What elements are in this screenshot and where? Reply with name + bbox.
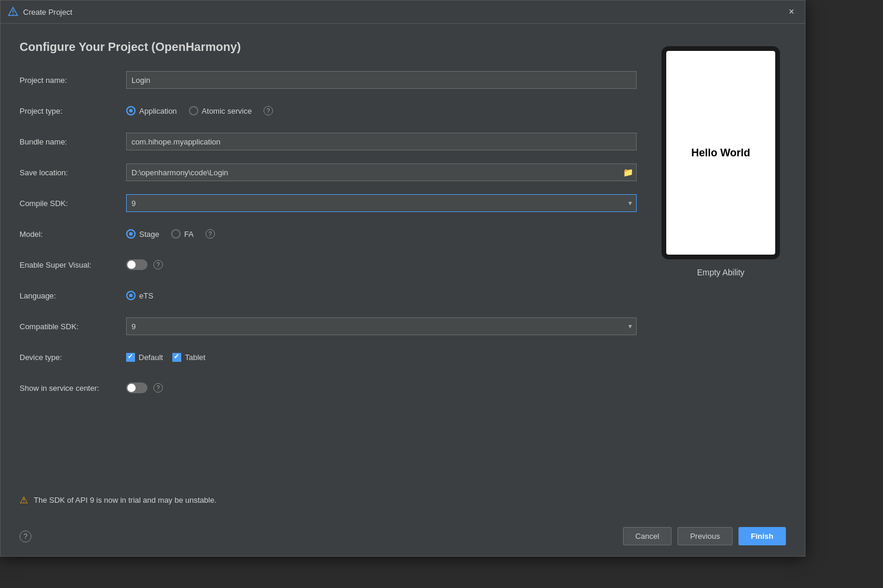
radio-item-stage[interactable]: Stage [126,229,159,239]
super-visual-toggle[interactable] [126,259,147,270]
checkbox-default[interactable] [126,353,135,362]
radio-item-application[interactable]: Application [126,106,177,115]
preview-area: Hello World Empty Ability [656,40,786,510]
model-group: Stage FA ? [126,229,637,239]
language-group: eTS [126,291,637,300]
warning-text: The SDK of API 9 is now in trial and may… [34,496,217,505]
super-visual-row: Enable Super Visual: ? [20,255,637,274]
radio-item-atomic[interactable]: Atomic service [189,106,252,115]
radio-atomic-label: Atomic service [202,107,252,115]
service-center-label: Show in service center: [20,384,126,393]
footer-left: ? [20,531,31,542]
model-label: Model: [20,230,126,239]
radio-stage-label: Stage [139,230,159,239]
project-type-row: Project type: Application Atomic service… [20,101,637,120]
page-title: Configure Your Project (OpenHarmony) [20,40,637,54]
radio-atomic[interactable] [189,106,198,115]
project-name-row: Project name: [20,70,637,89]
previous-button[interactable]: Previous [677,527,733,545]
folder-icon[interactable]: 📁 [623,168,633,177]
service-center-row: Show in service center: ? [20,378,637,397]
checkbox-tablet[interactable] [172,353,181,362]
save-location-input[interactable] [126,163,637,181]
radio-application-label: Application [139,107,177,115]
phone-preview: Hello World [662,46,780,259]
service-center-toggle-row: ? [126,383,637,393]
model-row: Model: Stage FA ? [20,224,637,243]
project-type-help-icon[interactable]: ? [264,106,273,115]
checkbox-item-tablet[interactable]: Tablet [172,353,206,362]
language-label: Language: [20,291,126,300]
radio-ets-label: eTS [139,291,153,300]
warning-bar: ⚠ The SDK of API 9 is now in trial and m… [20,487,637,510]
compatible-sdk-wrapper: 9 8 7 [126,317,637,335]
project-type-group: Application Atomic service ? [126,106,637,115]
checkbox-tablet-label: Tablet [185,353,206,362]
device-type-row: Device type: Default Tablet [20,348,637,367]
project-name-label: Project name: [20,76,126,85]
preview-hello-world: Hello World [691,147,750,159]
checkbox-item-default[interactable]: Default [126,353,163,362]
service-center-toggle[interactable] [126,383,147,393]
footer-right: Cancel Previous Finish [623,527,786,545]
save-location-row: Save location: 📁 [20,163,637,182]
compile-sdk-label: Compile SDK: [20,199,126,208]
language-row: Language: eTS [20,286,637,305]
bundle-name-label: Bundle name: [20,137,126,146]
bundle-name-input[interactable] [126,133,637,150]
compatible-sdk-row: Compatible SDK: 9 8 7 [20,317,637,336]
compatible-sdk-select[interactable]: 9 8 7 [126,317,637,335]
compatible-sdk-label: Compatible SDK: [20,322,126,331]
super-visual-toggle-row: ? [126,259,637,270]
title-bar: Create Project × [1,1,805,24]
preview-label: Empty Ability [697,268,744,277]
compile-sdk-wrapper: 9 8 7 [126,194,637,212]
footer-help-icon[interactable]: ? [20,531,31,542]
project-type-label: Project type: [20,107,126,115]
device-type-group: Default Tablet [126,353,637,362]
radio-ets[interactable] [126,291,136,300]
form-area: Configure Your Project (OpenHarmony) Pro… [20,40,637,510]
model-help-icon[interactable]: ? [206,229,215,239]
dialog-footer: ? Cancel Previous Finish [1,520,805,556]
compile-sdk-select[interactable]: 9 8 7 [126,194,637,212]
checkbox-default-label: Default [139,353,163,362]
device-type-label: Device type: [20,353,126,362]
service-center-help-icon[interactable]: ? [153,383,163,393]
radio-fa[interactable] [171,229,181,239]
radio-fa-label: FA [184,230,194,239]
project-name-input[interactable] [126,71,637,89]
location-row: 📁 [126,163,637,181]
save-location-label: Save location: [20,168,126,177]
warning-icon: ⚠ [20,494,28,506]
app-logo-icon [8,7,18,17]
finish-button[interactable]: Finish [738,527,786,545]
bundle-name-row: Bundle name: [20,132,637,151]
super-visual-label: Enable Super Visual: [20,261,126,269]
dialog-title: Create Project [23,8,72,17]
radio-stage[interactable] [126,229,136,239]
close-button[interactable]: × [785,5,798,18]
super-visual-help-icon[interactable]: ? [153,260,163,269]
cancel-button[interactable]: Cancel [623,527,672,545]
radio-application[interactable] [126,106,136,115]
radio-item-ets[interactable]: eTS [126,291,153,300]
radio-item-fa[interactable]: FA [171,229,194,239]
compile-sdk-row: Compile SDK: 9 8 7 [20,194,637,213]
svg-point-2 [12,14,14,15]
